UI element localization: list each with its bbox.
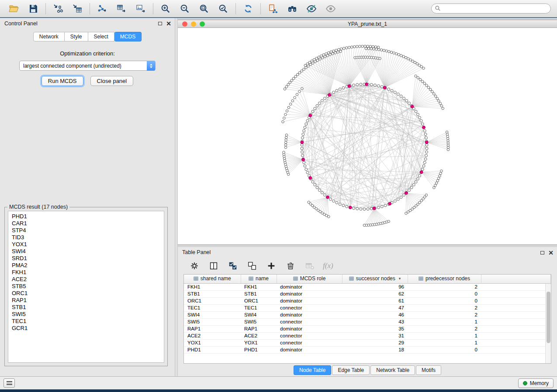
float-panel-button[interactable] — [158, 22, 162, 25]
run-mcds-button[interactable]: Run MCDS — [42, 76, 83, 86]
export-table-button[interactable] — [113, 2, 130, 15]
mcds-result-item[interactable]: STB5 — [8, 283, 164, 290]
table-scrollbar[interactable] — [545, 284, 551, 363]
tab-network[interactable]: Network — [33, 32, 65, 41]
tab-mcds[interactable]: MCDS — [114, 32, 142, 41]
table-cell[interactable]: connector — [277, 318, 342, 325]
import-network-button[interactable] — [50, 2, 66, 15]
columns-button[interactable] — [208, 260, 220, 272]
table-cell[interactable]: SWI5 — [241, 318, 277, 325]
close-panel-x-button[interactable]: ✕ — [166, 21, 171, 27]
tab-select[interactable]: Select — [88, 32, 114, 41]
table-cell[interactable]: 0 — [408, 290, 481, 297]
network-graph[interactable] — [178, 28, 557, 244]
mcds-result-item[interactable]: GCR1 — [8, 325, 164, 332]
table-cell[interactable]: ACE2 — [241, 332, 277, 339]
network-canvas[interactable] — [178, 28, 557, 244]
column-header-MCDS-role[interactable]: MCDS role — [277, 275, 342, 283]
tab-network-table[interactable]: Network Table — [370, 365, 415, 375]
import-table-disabled-button[interactable] — [304, 260, 316, 272]
table-cell[interactable]: SWI4 — [241, 311, 277, 318]
gear-button[interactable] — [188, 260, 201, 272]
table-cell[interactable]: 96 — [342, 283, 408, 290]
table-cell[interactable]: RAP1 — [241, 325, 277, 332]
style-preview-button[interactable] — [303, 2, 320, 15]
table-cell[interactable]: dominator — [277, 283, 342, 290]
tab-motifs[interactable]: Motifs — [416, 365, 441, 375]
table-row[interactable]: ACE2ACE2connector311 — [184, 332, 551, 339]
table-cell[interactable]: 0 — [408, 346, 481, 353]
table-cell[interactable]: FKH1 — [241, 283, 277, 290]
table-cell[interactable]: 35 — [342, 325, 408, 332]
open-file-button[interactable] — [6, 2, 22, 15]
table-row[interactable]: YOX1YOX1connector291 — [184, 339, 551, 346]
table-cell[interactable]: STB1 — [241, 290, 277, 297]
table-cell[interactable]: connector — [277, 339, 342, 346]
window-minimize-button[interactable] — [191, 21, 196, 27]
find-button[interactable] — [284, 2, 301, 15]
table-cell[interactable]: STB1 — [184, 290, 241, 297]
column-header-successor-nodes[interactable]: successor nodes▾ — [342, 275, 408, 283]
table-cell[interactable]: RAP1 — [184, 325, 241, 332]
select-all-button[interactable] — [227, 260, 239, 272]
zoom-fit-button[interactable] — [196, 2, 212, 15]
mcds-result-item[interactable]: SRD1 — [8, 255, 164, 262]
mcds-result-item[interactable]: ORC1 — [8, 290, 164, 297]
table-row[interactable]: TEC1TEC1connector472 — [184, 304, 551, 311]
mcds-result-item[interactable]: CAR1 — [8, 220, 164, 227]
mcds-result-item[interactable]: TEC1 — [8, 318, 164, 325]
deselect-all-button[interactable] — [246, 260, 258, 272]
table-cell[interactable]: PHD1 — [184, 346, 241, 353]
tab-node-table[interactable]: Node Table — [294, 365, 332, 375]
table-cell[interactable]: SWI5 — [184, 318, 241, 325]
table-row[interactable]: STB1STB1dominator620 — [184, 290, 551, 297]
close-table-panel-button[interactable]: ✕ — [548, 250, 554, 256]
mcds-result-item[interactable]: SWI5 — [8, 311, 164, 318]
table-cell[interactable]: 2 — [408, 304, 481, 311]
mcds-result-item[interactable]: TID3 — [8, 234, 164, 241]
table-cell[interactable]: 2 — [408, 283, 481, 290]
table-cell[interactable]: connector — [277, 304, 342, 311]
table-cell[interactable]: 61 — [342, 297, 408, 304]
table-cell[interactable]: 1 — [408, 332, 481, 339]
table-cell[interactable]: dominator — [277, 311, 342, 318]
table-row[interactable]: PHD1PHD1dominator180 — [184, 346, 551, 353]
table-cell[interactable]: 1 — [408, 339, 481, 346]
tab-style[interactable]: Style — [65, 32, 88, 41]
table-cell[interactable]: PHD1 — [241, 346, 277, 353]
table-cell[interactable]: dominator — [277, 325, 342, 332]
show-graphics-button[interactable] — [322, 2, 339, 15]
clone-network-button[interactable] — [265, 2, 281, 15]
table-cell[interactable]: TEC1 — [241, 304, 277, 311]
column-header-predecessor-nodes[interactable]: predecessor nodes — [408, 275, 481, 283]
mcds-result-item[interactable]: PMA2 — [8, 262, 164, 269]
search-input[interactable] — [431, 3, 551, 14]
table-cell[interactable]: ORC1 — [184, 297, 241, 304]
refresh-layout-button[interactable] — [240, 2, 256, 15]
delete-row-button[interactable] — [284, 260, 297, 272]
table-cell[interactable]: 47 — [342, 304, 408, 311]
task-history-button[interactable] — [3, 378, 15, 388]
function-builder-button[interactable]: f(x) — [323, 260, 333, 272]
close-panel-button[interactable]: Close panel — [90, 76, 134, 86]
table-cell[interactable]: 0 — [408, 297, 481, 304]
network-window-titlebar[interactable]: YPA_prune.txt_1 — [178, 20, 557, 28]
table-cell[interactable]: 62 — [342, 290, 408, 297]
mcds-result-item[interactable]: STB1 — [8, 304, 164, 311]
table-cell[interactable]: SWI4 — [184, 311, 241, 318]
table-cell[interactable]: 2 — [408, 325, 481, 332]
mcds-result-item[interactable]: ACE2 — [8, 276, 164, 283]
mcds-result-item[interactable]: PHD1 — [8, 213, 164, 220]
mcds-result-item[interactable]: FKH1 — [8, 269, 164, 276]
scrollbar-thumb[interactable] — [547, 292, 550, 343]
table-cell[interactable]: YOX1 — [184, 339, 241, 346]
float-table-panel-button[interactable] — [540, 251, 544, 254]
table-row[interactable]: SWI5SWI5connector431 — [184, 318, 551, 325]
zoom-in-button[interactable] — [157, 2, 174, 15]
table-cell[interactable]: 29 — [342, 339, 408, 346]
table-cell[interactable]: ACE2 — [184, 332, 241, 339]
window-close-button[interactable] — [182, 21, 187, 27]
zoom-selected-button[interactable] — [215, 2, 232, 15]
table-cell[interactable]: 46 — [342, 311, 408, 318]
table-cell[interactable]: 43 — [342, 318, 408, 325]
